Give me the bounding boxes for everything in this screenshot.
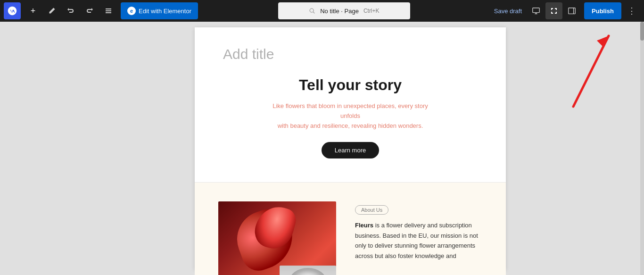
about-section: About Us Fleurs is a flower delivery and… — [195, 183, 506, 275]
publish-button[interactable]: Publish — [584, 2, 621, 19]
redo-icon — [86, 7, 93, 15]
document-overview-button[interactable] — [100, 2, 117, 19]
svg-rect-8 — [569, 8, 575, 14]
hero-heading: Tell your story — [223, 76, 478, 94]
svg-line-4 — [313, 12, 314, 13]
about-us-badge: About Us — [355, 205, 388, 215]
sidebar-icon — [568, 7, 576, 15]
page-title-text: No title · Page — [320, 8, 359, 15]
fullscreen-button[interactable] — [545, 2, 562, 19]
page-title-search[interactable]: No title · Page Ctrl+K — [278, 2, 410, 19]
add-title-placeholder[interactable]: Add title — [223, 46, 478, 62]
hero-section: Add title Tell your story Like flowers t… — [195, 27, 506, 183]
edit-elementor-label: Edit with Elementor — [139, 8, 191, 15]
wordpress-logo[interactable] — [4, 2, 21, 19]
list-icon — [105, 7, 112, 15]
tools-button[interactable] — [43, 2, 60, 19]
about-content: About Us Fleurs is a flower delivery and… — [355, 201, 482, 261]
svg-rect-5 — [533, 8, 539, 13]
about-brand-name: Fleurs — [355, 222, 373, 229]
left-gutter — [0, 22, 160, 275]
learn-more-button[interactable]: Learn more — [322, 142, 379, 158]
sidebar-toggle-button[interactable] — [563, 2, 580, 19]
page-canvas: Add title Tell your story Like flowers t… — [195, 27, 506, 269]
more-options-button[interactable]: ⋮ — [623, 2, 640, 19]
desktop-view-button[interactable] — [528, 2, 545, 19]
svg-point-3 — [310, 8, 314, 12]
redo-button[interactable] — [81, 2, 98, 19]
search-icon — [309, 8, 315, 14]
undo-icon — [67, 7, 74, 15]
desktop-icon — [532, 7, 540, 15]
hero-subtext-line2: with beauty and resilience, revealing hi… — [278, 122, 423, 129]
about-body-text: is a flower delivery and subscription bu… — [355, 222, 478, 259]
about-text: Fleurs is a flower delivery and subscrip… — [355, 220, 482, 261]
undo-button[interactable] — [62, 2, 79, 19]
flower-image-secondary — [280, 266, 336, 275]
canvas-wrapper: Add title Tell your story Like flowers t… — [160, 22, 540, 275]
main-area: Add title Tell your story Like flowers t… — [0, 22, 644, 275]
add-block-button[interactable]: + — [25, 2, 41, 19]
svg-rect-0 — [106, 8, 111, 9]
red-arrow-annotation — [564, 26, 620, 113]
right-gutter — [540, 22, 644, 275]
scrollbar-thumb[interactable] — [640, 22, 644, 41]
save-draft-button[interactable]: Save draft — [490, 2, 526, 19]
scrollbar-track[interactable] — [640, 22, 644, 275]
svg-rect-2 — [106, 12, 111, 13]
svg-rect-1 — [106, 10, 111, 11]
toolbar: + e Edit with Elementor — [0, 0, 644, 22]
keyboard-shortcut: Ctrl+K — [363, 8, 380, 14]
fullscreen-icon — [550, 7, 558, 15]
hero-subtext-line1: Like flowers that bloom in unexpected pl… — [272, 102, 428, 119]
view-controls — [528, 2, 580, 19]
hero-subtext: Like flowers that bloom in unexpected pl… — [270, 101, 430, 131]
pencil-icon — [48, 7, 56, 15]
edit-elementor-button[interactable]: e Edit with Elementor — [121, 2, 198, 19]
more-options-icon: ⋮ — [627, 6, 636, 16]
plus-icon: + — [31, 6, 36, 16]
about-images — [218, 201, 336, 275]
flower-image-main — [218, 201, 336, 275]
elementor-icon: e — [127, 7, 136, 15]
